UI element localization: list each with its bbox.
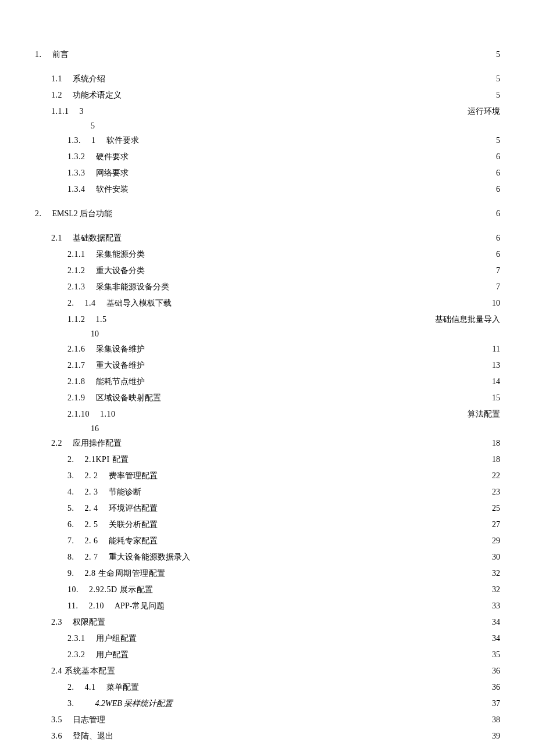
toc-leader-dots [115,208,494,216]
toc-title: APP-常见问题 [115,598,165,614]
toc-number-suffix: 2.92.5D 展示配置 [89,582,154,598]
toc-entry: 2.1.9区域设备映射配置15 [35,390,500,406]
toc-number-suffix: 2. 4 [85,500,98,517]
toc-page-number: 13 [490,357,500,374]
toc-number-suffix: 4.1 [85,679,96,696]
toc-number: 3.5 [51,712,62,728]
toc-number: 7. [67,533,74,549]
toc-page-number: 35 [490,647,500,663]
toc-number: 5. [67,500,74,517]
toc-page-number: 6 [494,230,500,246]
toc-leader-dots [131,649,490,657]
toc-leader-dots [156,584,490,592]
toc-page-number: 18 [490,435,500,452]
toc-title: 权限配置 [73,614,105,630]
toc-page-number: 6 [494,206,500,222]
toc-gap [35,744,500,753]
toc-entry: 1.1.13运行环境 [35,103,500,120]
toc-number-suffix: 1 [91,132,96,149]
toc-page-number: 15 [490,390,500,406]
toc-leader-dots [168,568,490,576]
toc-entry: 2.1.101.10算法配置 [35,406,500,422]
toc-number-suffix: 2.1KPI 配置 [85,452,129,468]
toc-number: 3. [67,468,74,484]
toc-number-suffix: 2. 3 [85,484,98,500]
toc-title: 软件安装 [96,181,129,198]
toc-page-number: 36 [490,663,500,679]
toc-leader-dots [174,298,490,306]
toc-leader-dots [124,89,494,98]
toc-entry: 3.4.2WEB 采样统计配置37 [35,696,500,712]
toc-number: 2.1.9 [67,390,85,406]
toc-gap [35,198,500,206]
toc-title: 能耗节点维护 [96,374,145,390]
toc-number: 1.3. [67,132,81,149]
toc-entry: 2.4 系统基本配置36 [35,663,500,679]
toc-title: 用户配置 [96,647,129,663]
toc-leader-dots [192,551,490,560]
toc-entry: 2.1.4基础导入模板下载10 [35,295,500,311]
toc-entry: 9.2.8 生命周期管理配置32 [35,565,500,582]
toc-entry: 2.2应用操作配置18 [35,435,500,452]
toc-page-number: 6 [494,165,500,181]
toc-leader-dots [172,281,494,289]
toc-title: 环境评估配置 [109,500,158,517]
toc-entry: 1.1.21.5基础信息批量导入 [35,311,500,328]
toc-number: 1. [35,46,42,63]
toc-leader-dots [167,600,490,608]
toc-number: 2.1 [51,230,62,246]
toc-title: 应用操作配置 [73,435,122,452]
toc-page-number: 39 [490,728,500,744]
toc-leader-dots [147,249,494,257]
toc-entry: 3.5日志管理38 [35,712,500,728]
toc-page-number: 30 [490,549,500,565]
toc-leader-dots [139,633,490,641]
toc-entry: 6.2. 5关联分析配置27 [35,517,500,533]
toc-entry: 1.前言5 [35,46,500,63]
toc-number: 10. [67,582,79,598]
toc-number: 2.1.2 [67,263,85,279]
toc-entry: 4.EMSl.2 前台说明40 [35,753,500,756]
toc-title: 网络要求 [96,165,129,181]
toc-leader-dots [160,503,490,511]
toc-entry: 1.3.1软件要求5 [35,132,500,149]
toc-title: 重大设备能源数据录入 [109,549,190,565]
toc-leader-dots [109,314,433,322]
toc-number: 2.1.10 [67,406,90,422]
toc-title: 节能诊断 [109,484,141,500]
toc-number-suffix: 1.10 [100,406,116,422]
toc-leader-dots [163,392,490,400]
toc-entry: 1.3.2硬件要求6 [35,149,500,165]
toc-leader-dots [108,73,494,81]
toc-number: 2.1.3 [67,279,85,295]
toc-title: 采集非能源设备分类 [96,279,169,295]
toc-page-number: 7 [494,279,500,295]
toc-entry: 2.2.1KPI 配置18 [35,452,500,468]
toc-number: 2.3.2 [67,647,85,663]
toc-number: 2.3 [51,614,62,630]
toc-leader-dots [117,665,490,673]
toc-title: 采集能源分类 [96,246,145,263]
toc-title: 前言 [52,46,69,63]
toc-title: 采集设备维护 [96,341,145,357]
toc-page-number: 25 [490,500,500,517]
toc-number: 9. [67,565,74,582]
toc-page-number: 33 [490,598,500,614]
toc-number: 2.1.8 [67,374,85,390]
toc-title: 系统介绍 [73,71,105,87]
toc-number-suffix: 2. 2 [85,468,98,484]
toc-leader-dots [160,519,490,527]
toc-title: 4.2WEB 采样统计配置 [95,696,173,712]
toc-page-number: 34 [490,630,500,647]
toc-leader-dots [124,438,490,446]
toc-entry: 1.2功能术语定义5 [35,87,500,103]
toc-title: 软件要求 [106,132,139,149]
toc-number: 2. [67,295,74,311]
toc-page-number: 37 [490,696,500,712]
toc-leader-dots [71,49,494,57]
toc-number: 1.2 [51,87,62,103]
toc-number: 4. [35,753,42,756]
toc-title: EMSL2 后台功能 [52,206,113,222]
toc-entry: 4.2. 3节能诊断23 [35,484,500,500]
toc-title: 用户组配置 [96,630,137,647]
